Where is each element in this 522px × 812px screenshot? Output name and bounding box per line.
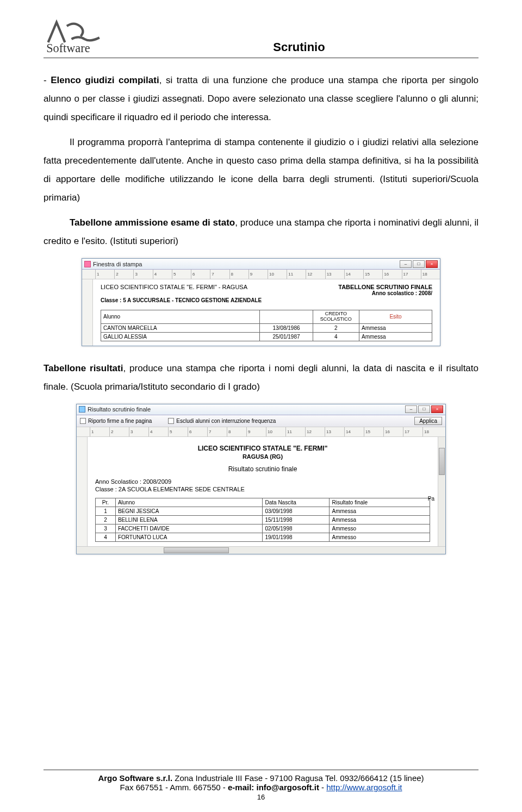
window1-titlebar: Finestra di stampa – □ × bbox=[82, 259, 440, 270]
minimize-button[interactable]: – bbox=[400, 260, 412, 268]
cell-risultato: Ammesso bbox=[330, 524, 430, 533]
students-table-1: Alunno CREDITO SCOLASTICO Esito CANTON M… bbox=[101, 310, 432, 341]
col-credito: CREDITO SCOLASTICO bbox=[313, 310, 359, 324]
close-button[interactable]: × bbox=[431, 405, 443, 413]
vertical-scrollbar[interactable] bbox=[438, 437, 445, 546]
horizontal-scrollbar[interactable] bbox=[77, 546, 445, 554]
footer-fax: Fax 667551 - Amm. 667550 - bbox=[120, 783, 228, 792]
cell-date: 02/05/1998 bbox=[263, 524, 330, 533]
cell-name: FACCHETTI DAVIDE bbox=[115, 524, 263, 533]
ruler-tick: 16 bbox=[382, 270, 401, 279]
window-icon bbox=[79, 406, 85, 413]
window-icon bbox=[84, 261, 91, 267]
ruler-tick: 1 bbox=[95, 270, 114, 279]
ruler-tick: 7 bbox=[210, 270, 229, 279]
cell-esito: Ammessa bbox=[359, 323, 432, 332]
cell-date: 25/01/1987 bbox=[260, 332, 313, 341]
cell-risultato: Ammesso bbox=[330, 533, 430, 541]
checkbox-riporto-firme[interactable]: Riporto firme a fine pagina bbox=[80, 418, 152, 424]
col-risultato: Risultato finale bbox=[330, 498, 430, 507]
ruler-tick: 6 bbox=[191, 270, 210, 279]
checkbox-escludi-alunni[interactable]: Escludi alunni con interruzione frequenz… bbox=[168, 418, 276, 424]
ruler-tick: 13 bbox=[325, 427, 344, 436]
cell-name: FORTUNATO LUCA bbox=[115, 533, 263, 541]
scroll-thumb[interactable] bbox=[439, 448, 445, 475]
cell-credito: 4 bbox=[313, 332, 359, 341]
ruler-tick: 7 bbox=[207, 427, 227, 436]
ruler-tick: 18 bbox=[422, 427, 442, 436]
ruler-tick: 15 bbox=[363, 270, 382, 279]
school-year: Anno scolastico : 2008/ bbox=[338, 290, 432, 296]
school-name-2: LICEO SCIENTIFICO STATALE "E. FERMI" bbox=[95, 445, 430, 452]
ruler-tick: 16 bbox=[383, 427, 403, 436]
ruler-tick: 15 bbox=[364, 427, 383, 436]
ruler-tick: 10 bbox=[266, 427, 285, 436]
window2-titlebar: Risultato scrutinio finale – □ × bbox=[77, 404, 445, 415]
cell-name: GALLIO ALESSIA bbox=[101, 332, 260, 341]
checkbox-icon bbox=[168, 418, 174, 424]
cell-date: 15/11/1998 bbox=[263, 515, 330, 524]
minimize-button[interactable]: – bbox=[405, 405, 417, 413]
ruler-tick: 9 bbox=[248, 270, 268, 279]
paragraph-anteprima: Il programma proporrà l'anteprima di sta… bbox=[44, 133, 478, 207]
cell-risultato: Ammessa bbox=[330, 507, 430, 515]
cell-pr: 4 bbox=[96, 533, 116, 541]
page-footer: Argo Software s.r.l. Zona Industriale II… bbox=[44, 770, 478, 801]
checkbox-label: Escludi alunni con interruzione frequenz… bbox=[176, 418, 276, 424]
ruler-tick: 1 bbox=[90, 427, 109, 436]
table-row: 3 FACCHETTI DAVIDE 02/05/1998 Ammesso bbox=[96, 524, 430, 533]
ruler-tick: 11 bbox=[287, 270, 306, 279]
ruler-tick: 3 bbox=[133, 270, 152, 279]
cell-pr: 3 bbox=[96, 524, 116, 533]
checkbox-icon bbox=[80, 418, 86, 424]
report-subtitle: Risultato scrutinio finale bbox=[95, 465, 430, 473]
footer-address: Zona Industriale III Fase - 97100 Ragusa… bbox=[172, 773, 424, 783]
page-number: 16 bbox=[44, 793, 478, 801]
col-alunno-2: Alunno bbox=[115, 498, 263, 507]
school-year-2: Anno Scolastico : 2008/2009 bbox=[95, 478, 430, 485]
table-row: CANTON MARCELLA 13/08/1986 2 Ammessa bbox=[101, 323, 432, 332]
ruler-tick: 17 bbox=[402, 270, 421, 279]
p1-lead: Elenco giudizi compilati bbox=[51, 75, 159, 85]
ruler-tick: 11 bbox=[285, 427, 305, 436]
school-city: RAGUSA (RG) bbox=[95, 453, 430, 460]
ruler-tick: 2 bbox=[114, 270, 133, 279]
table-row: 1 BEGNI JESSICA 03/09/1998 Ammessa bbox=[96, 507, 430, 515]
scroll-thumb[interactable] bbox=[164, 547, 229, 553]
window1-ruler: 1 2 3 4 5 6 7 8 9 10 11 12 13 14 15 16 1… bbox=[82, 270, 440, 279]
apply-button[interactable]: Applica bbox=[414, 417, 442, 425]
ruler-tick: 8 bbox=[229, 270, 248, 279]
checkbox-label: Riporto firme a fine pagina bbox=[88, 418, 152, 424]
ruler-tick: 12 bbox=[306, 270, 325, 279]
report-title: TABELLONE SCRUTINIO FINALE bbox=[338, 284, 432, 290]
cell-name: CANTON MARCELLA bbox=[101, 323, 260, 332]
window2-toolbar: Riporto firme a fine pagina Escludi alun… bbox=[77, 415, 445, 427]
ruler-tick: 13 bbox=[325, 270, 344, 279]
cell-name: BEGNI JESSICA bbox=[115, 507, 263, 515]
col-data: Data Nascita bbox=[263, 498, 330, 507]
cell-credito: 2 bbox=[313, 323, 359, 332]
col-alunno: Alunno bbox=[101, 310, 260, 324]
ruler-tick: 4 bbox=[148, 427, 168, 436]
cell-date: 13/08/1986 bbox=[260, 323, 313, 332]
ruler-tick: 2 bbox=[109, 427, 129, 436]
col-pr: Pr. bbox=[96, 498, 116, 507]
table-row: 2 BELLINI ELENA 15/11/1998 Ammessa bbox=[96, 515, 430, 524]
maximize-button[interactable]: □ bbox=[418, 405, 430, 413]
page-title: Scrutinio bbox=[120, 16, 478, 54]
students-table-2: Pr. Alunno Data Nascita Risultato finale… bbox=[95, 498, 430, 542]
ruler-tick: 10 bbox=[268, 270, 287, 279]
ruler-tick: 4 bbox=[153, 270, 172, 279]
cell-pr: 1 bbox=[96, 507, 116, 515]
ruler-tick: 12 bbox=[305, 427, 325, 436]
ruler-tick: 14 bbox=[344, 427, 364, 436]
argo-logo-icon: Software bbox=[44, 16, 109, 54]
page-header: Software Scrutinio bbox=[44, 16, 478, 58]
maximize-button[interactable]: □ bbox=[413, 260, 425, 268]
class-label-2: Classe : 2A SCUOLA ELEMENTARE SEDE CENTR… bbox=[95, 486, 430, 492]
window1-title: Finestra di stampa bbox=[93, 261, 400, 267]
footer-link[interactable]: http://www.argosoft.it bbox=[326, 783, 402, 792]
pa-label: Pa bbox=[428, 496, 434, 502]
col-esito: Esito bbox=[359, 310, 432, 324]
close-button[interactable]: × bbox=[426, 260, 438, 268]
